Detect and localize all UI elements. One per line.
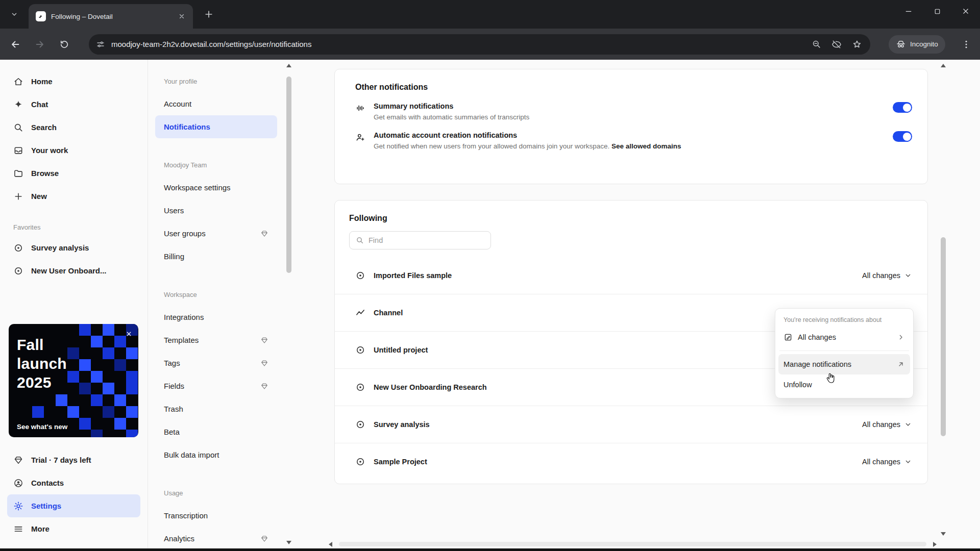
settings-nav-item-bulk-data-import[interactable]: Bulk data import: [155, 443, 277, 466]
following-row-survey-analysis[interactable]: Survey analysis All changes: [335, 406, 927, 443]
back-button[interactable]: [5, 34, 26, 55]
screen-bottom-edge: [0, 548, 980, 551]
arrow-up-right-icon: [897, 360, 905, 368]
target-icon: [355, 345, 365, 355]
scrollbar-thumb[interactable]: [286, 77, 291, 273]
window-close-button[interactable]: [951, 0, 980, 22]
card-title: Following: [349, 214, 913, 223]
scroll-up-arrow[interactable]: [941, 64, 946, 67]
summary-notifications-toggle[interactable]: [893, 102, 912, 113]
gem-icon: [260, 382, 268, 390]
gear-icon: [13, 501, 23, 511]
window-minimize-button[interactable]: [894, 0, 923, 22]
sidebar-item-trial[interactable]: Trial · 7 days left: [7, 448, 140, 471]
tab-strip: Following – Dovetail: [0, 0, 980, 29]
content-horizontal-scrollbar[interactable]: [327, 540, 939, 548]
scrollbar-thumb[interactable]: [339, 542, 926, 546]
site-info-icon[interactable]: [96, 40, 105, 49]
forward-button[interactable]: [30, 34, 50, 55]
settings-nav-item-tags[interactable]: Tags: [155, 352, 277, 374]
close-icon: [961, 7, 970, 16]
new-tab-button[interactable]: [201, 7, 216, 22]
notification-text: Summary notifications Get emails with au…: [374, 102, 529, 121]
tab-search-button[interactable]: [7, 7, 21, 21]
favorite-item-new-user-onboarding[interactable]: New User Onboard...: [7, 259, 140, 282]
card-title: Other notifications: [355, 83, 912, 92]
screen: Following – Dovetail: [0, 0, 980, 551]
window-maximize-button[interactable]: [923, 0, 951, 22]
notification-level-dropdown[interactable]: All changes: [862, 271, 912, 280]
sidebar-item-home[interactable]: Home: [7, 70, 140, 93]
following-row-sample-project[interactable]: Sample Project All changes: [335, 443, 927, 480]
settings-nav-item-workspace-settings[interactable]: Workspace settings: [155, 176, 277, 199]
settings-section-heading: Workspace: [155, 283, 277, 306]
sidebar-item-search[interactable]: Search: [7, 116, 140, 139]
settings-nav-item-templates[interactable]: Templates: [155, 329, 277, 352]
chevron-down-icon: [904, 458, 912, 466]
incognito-badge: Incognito: [889, 35, 945, 54]
notification-options-popup: You're receiving notifications about All…: [775, 308, 914, 398]
reload-button[interactable]: [54, 34, 75, 55]
promo-close-button[interactable]: [123, 328, 134, 339]
settings-nav-item-user-groups[interactable]: User groups: [155, 222, 277, 245]
sidebar-item-browse[interactable]: Browse: [7, 162, 140, 185]
popup-item-manage-notifications[interactable]: Manage notifications: [778, 354, 910, 374]
content-vertical-scrollbar[interactable]: [939, 60, 948, 540]
chevron-down-icon: [904, 271, 912, 280]
notification-level-dropdown[interactable]: All changes: [862, 420, 912, 429]
gem-icon: [13, 455, 23, 465]
promo-card[interactable]: Fall launch 2025 See what's new: [9, 324, 138, 437]
sidebar-item-label: Trial · 7 days left: [31, 456, 91, 464]
notification-text: Automatic account creation notifications…: [374, 131, 681, 150]
popup-item-unfollow[interactable]: Unfollow: [778, 374, 910, 395]
sidebar-item-your-work[interactable]: Your work: [7, 139, 140, 162]
promo-title: Fall launch 2025: [17, 335, 67, 392]
settings-nav-item-users[interactable]: Users: [155, 199, 277, 222]
url-bar[interactable]: moodjoy-team-2h2v.dovetail.com/settings/…: [89, 34, 870, 55]
find-input[interactable]: [369, 236, 484, 244]
notification-level-dropdown[interactable]: All changes: [862, 458, 912, 466]
settings-nav-scrollbar[interactable]: [284, 60, 293, 548]
zoom-icon[interactable]: [812, 39, 821, 49]
popup-item-all-changes[interactable]: All changes: [778, 327, 910, 347]
settings-nav-item-analytics[interactable]: Analytics: [155, 527, 277, 548]
settings-nav-item-beta[interactable]: Beta: [155, 420, 277, 443]
target-icon: [13, 266, 23, 276]
settings-nav-item-notifications[interactable]: Notifications: [155, 115, 277, 138]
person-add-icon: [355, 132, 365, 142]
target-icon: [355, 382, 365, 392]
browser-tab[interactable]: Following – Dovetail: [29, 4, 193, 29]
scroll-down-arrow[interactable]: [941, 532, 946, 536]
settings-nav-item-fields[interactable]: Fields: [155, 374, 277, 397]
settings-section-heading: Moodjoy Team: [155, 154, 277, 176]
target-icon: [355, 270, 365, 281]
see-allowed-domains-link[interactable]: See allowed domains: [611, 142, 681, 150]
scroll-down-arrow[interactable]: [286, 541, 291, 544]
favorite-item-survey-analysis[interactable]: Survey analysis: [7, 236, 140, 259]
sidebar-item-contacts[interactable]: Contacts: [7, 471, 140, 494]
bookmark-star-icon[interactable]: [852, 39, 862, 49]
settings-nav-item-billing[interactable]: Billing: [155, 245, 277, 268]
settings-nav-item-transcription[interactable]: Transcription: [155, 504, 277, 527]
find-search-box[interactable]: [349, 231, 491, 249]
browser-menu-button[interactable]: [958, 34, 975, 55]
account-creation-toggle[interactable]: [893, 131, 912, 142]
scroll-up-arrow[interactable]: [286, 64, 291, 67]
settings-section-heading: Your profile: [155, 70, 277, 92]
tab-close-button[interactable]: [176, 10, 188, 22]
sidebar-item-chat[interactable]: Chat: [7, 93, 140, 116]
search-icon: [13, 122, 23, 133]
settings-nav-item-account[interactable]: Account: [155, 92, 277, 115]
eye-off-icon[interactable]: [831, 39, 842, 49]
following-row-imported-files-sample[interactable]: Imported Files sample All changes: [335, 257, 927, 294]
settings-nav-item-integrations[interactable]: Integrations: [155, 306, 277, 329]
scroll-right-arrow[interactable]: [933, 542, 937, 547]
sidebar-item-new[interactable]: New: [7, 185, 140, 208]
close-icon: [178, 13, 185, 20]
sidebar-item-more[interactable]: More: [7, 517, 140, 540]
settings-nav-item-trash[interactable]: Trash: [155, 397, 277, 420]
scroll-left-arrow[interactable]: [329, 542, 332, 547]
scrollbar-thumb[interactable]: [941, 237, 946, 436]
promo-cta-link[interactable]: See what's new: [17, 423, 67, 431]
sidebar-item-settings[interactable]: Settings: [7, 494, 140, 517]
